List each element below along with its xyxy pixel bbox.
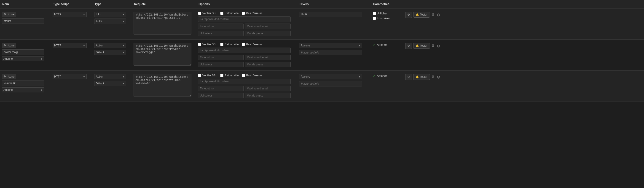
type-primary-label-2: Action xyxy=(96,44,103,47)
retour-vide-2: Retour vide xyxy=(220,43,238,46)
afficher-checkbox-1[interactable] xyxy=(373,12,376,15)
verifier-ssl-2: Vérifier SSL xyxy=(198,43,217,46)
checkbox-row-3: Vérifier SSL Retour vide Pas d'erreurs xyxy=(198,74,296,77)
type-secondary-label-2: Défaut xyxy=(96,51,104,54)
flag-icon-2: ⚑ xyxy=(4,44,6,47)
checkbox-row-2: Vérifier SSL Retour vide Pas d'erreurs xyxy=(198,43,296,46)
afficher-row-1: Afficher xyxy=(373,12,402,15)
dropdown-arrow-ts2: ▼ xyxy=(83,44,85,47)
afficher-label-2: Afficher xyxy=(377,43,387,46)
dropdown-arrow-nom3: ▼ xyxy=(40,89,42,91)
utilisateur-input-2[interactable] xyxy=(198,62,244,67)
icone-label-3: Icone xyxy=(8,75,14,78)
pas-erreurs-checkbox-1[interactable] xyxy=(242,12,245,15)
utilisateur-input-3[interactable] xyxy=(198,93,244,98)
nom-input-1[interactable] xyxy=(2,18,44,24)
copy-button-1[interactable]: ⧉ xyxy=(431,12,435,17)
valeur-input-3[interactable] xyxy=(299,81,362,86)
gear-button-2[interactable]: ⚙ xyxy=(405,43,412,49)
timeout-input-3[interactable] xyxy=(198,86,244,91)
type-script-cell-3: HTTP ▼ xyxy=(51,72,92,81)
delete-button-3[interactable]: ⊘ xyxy=(436,74,441,80)
valeur-input-2[interactable] xyxy=(299,50,362,55)
motdepasse-input-3[interactable] xyxy=(245,93,290,98)
retour-vide-checkbox-3[interactable] xyxy=(220,74,224,77)
type-script-cell-2: HTTP ▼ xyxy=(51,42,92,50)
maximum-input-3[interactable] xyxy=(245,86,290,91)
pas-erreurs-3: Pas d'erreurs xyxy=(242,74,262,77)
requete-cell-1: http://192.168.1.10/YamahaExtendedContro… xyxy=(132,10,196,36)
retour-vide-checkbox-2[interactable] xyxy=(220,43,224,46)
icone-label-2: Icone xyxy=(8,44,14,47)
http-label-3: HTTP xyxy=(54,75,61,78)
type-primary-label-3: Action xyxy=(96,75,103,78)
motdepasse-input-2[interactable] xyxy=(245,62,290,67)
options-cell-2: Vérifier SSL Retour vide Pas d'erreurs xyxy=(196,42,297,68)
divers-cell-2: Aucune ▼ xyxy=(297,42,371,57)
type-cell-3: Action ▼ Défaut ▼ xyxy=(92,72,132,88)
bell-icon-3: 🔔 xyxy=(416,76,419,78)
dropdown-arrow-t2: ▼ xyxy=(122,44,125,47)
pas-erreurs-checkbox-3[interactable] xyxy=(242,74,245,77)
historiser-checkbox-1[interactable] xyxy=(373,17,376,20)
verifier-ssl-checkbox-3[interactable] xyxy=(198,74,201,77)
retour-vide-3: Retour vide xyxy=(220,74,238,77)
nom-cell-2: ⚑ Icone Aucune ▼ xyxy=(0,42,51,63)
requete-input-1[interactable]: http://192.168.1.10/YamahaExtendedContro… xyxy=(134,12,192,34)
reponse-input-3[interactable] xyxy=(198,79,291,84)
header-options: Options xyxy=(196,1,297,7)
dropdown-arrow-ts3: ▼ xyxy=(83,76,85,78)
afficher-row-3: ✓ Afficher xyxy=(373,74,402,78)
reponse-input-1[interactable] xyxy=(198,16,291,22)
parametres-cell-1: Afficher Historiser xyxy=(371,10,404,21)
delete-button-1[interactable]: ⊘ xyxy=(436,12,441,18)
reponse-input-2[interactable] xyxy=(198,48,291,53)
type-cell-1: Info ▼ Autre ▼ xyxy=(92,10,132,26)
nom-input-3[interactable] xyxy=(2,80,44,86)
pas-erreurs-checkbox-2[interactable] xyxy=(242,43,245,46)
delete-button-2[interactable]: ⊘ xyxy=(436,43,441,49)
checkmark-icon-2: ✓ xyxy=(373,43,376,46)
copy-button-2[interactable]: ⧉ xyxy=(431,43,435,48)
verifier-ssl-checkbox-1[interactable] xyxy=(198,12,201,15)
divers-cell-3: Aucune ▼ xyxy=(297,72,371,88)
copy-button-3[interactable]: ⧉ xyxy=(431,74,435,79)
icon-label-1[interactable]: ⚑ Icone xyxy=(2,12,16,17)
afficher-label-1: Afficher xyxy=(377,12,388,15)
retour-vide-checkbox-1[interactable] xyxy=(220,12,224,15)
icon-label-2[interactable]: ⚑ Icone xyxy=(2,43,16,48)
verifier-ssl-3: Vérifier SSL xyxy=(198,74,217,77)
unite-input-1[interactable] xyxy=(299,12,362,17)
motdepasse-input-1[interactable] xyxy=(245,31,290,36)
requete-input-2[interactable]: http://192.168.1.10/YamahaExtendedContro… xyxy=(134,43,192,66)
divers-cell-1 xyxy=(297,10,371,18)
gear-button-1[interactable]: ⚙ xyxy=(405,12,412,18)
timeout-input-2[interactable] xyxy=(198,55,244,60)
http-label-2: HTTP xyxy=(54,44,61,47)
action-buttons-2: ⚙ 🔔 Tester ⧉ ⊘ xyxy=(404,42,463,50)
checkmark-icon-3: ✓ xyxy=(373,74,376,78)
header-type-script: Type script xyxy=(51,1,92,7)
requete-cell-3: http://192.168.1.10/YamahaExtendedContro… xyxy=(132,72,196,99)
dropdown-arrow-d2: ▼ xyxy=(358,44,360,47)
verifier-ssl-checkbox-2[interactable] xyxy=(198,43,201,46)
requete-input-3[interactable]: http://192.168.1.10/YamahaExtendedContro… xyxy=(134,74,192,97)
historiser-row-1: Historiser xyxy=(373,16,402,20)
maximum-input-1[interactable] xyxy=(245,24,290,29)
maximum-input-2[interactable] xyxy=(245,55,290,60)
icon-label-3[interactable]: ⚑ Icone xyxy=(2,74,16,79)
gear-button-3[interactable]: ⚙ xyxy=(405,74,412,80)
nom-input-2[interactable] xyxy=(2,50,44,55)
type-script-cell-1: HTTP ▼ xyxy=(51,10,92,18)
action-buttons-3: ⚙ 🔔 Tester ⧉ ⊘ xyxy=(404,72,463,82)
tester-button-2[interactable]: 🔔 Tester xyxy=(413,43,430,49)
retour-vide-label-3: Retour vide xyxy=(224,74,238,77)
timeout-input-1[interactable] xyxy=(198,24,244,29)
tester-button-3[interactable]: 🔔 Tester xyxy=(413,74,430,80)
retour-vide-label-1: Retour vide xyxy=(224,12,238,15)
utilisateur-input-1[interactable] xyxy=(198,31,244,36)
retour-vide-label-2: Retour vide xyxy=(224,43,238,46)
header-requete: Requête xyxy=(132,1,196,7)
tester-button-1[interactable]: 🔔 Tester xyxy=(413,12,430,18)
type-secondary-label-3: Défaut xyxy=(96,82,104,85)
